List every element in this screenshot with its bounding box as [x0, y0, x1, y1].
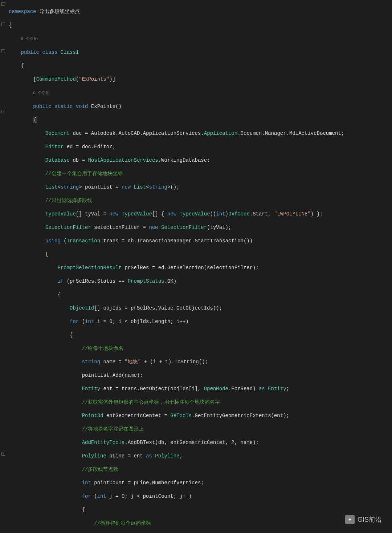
brace: {	[9, 22, 392, 29]
type: Polyline	[82, 453, 106, 459]
brace: {	[70, 332, 73, 338]
keyword: namespace	[9, 9, 36, 15]
ns-name: 导出多段线坐标点	[36, 9, 80, 15]
code: ; i < objIds.Length; i++)	[113, 319, 189, 324]
ns: ApplicationServices	[143, 130, 201, 136]
kw: string	[149, 184, 167, 190]
code: name =	[100, 359, 124, 365]
collapse-icon[interactable]: -	[1, 452, 5, 456]
type: Entity	[82, 386, 100, 392]
string: "LWPOLYLINE"	[274, 211, 311, 217]
punct: [	[33, 76, 36, 82]
num: 0	[109, 319, 112, 324]
p: )	[225, 211, 228, 217]
kw: int	[216, 211, 225, 217]
collapse-icon[interactable]: -	[1, 49, 5, 53]
type: List	[45, 184, 58, 190]
code: >();	[167, 184, 180, 190]
code: entGeometricCentet =	[103, 413, 170, 419]
string: "ExPoints"	[79, 76, 109, 82]
code: ; j < pointCount; j++)	[124, 493, 192, 499]
code: selectionFilter =	[91, 225, 149, 230]
type: SelectionFilter	[45, 225, 91, 230]
p: .	[201, 130, 204, 136]
code: prSelRes = ed.GetSelection(selectionFilt…	[122, 265, 259, 271]
code: ed = doc.Editor;	[64, 144, 115, 150]
comment: //将地块名字注记在图形上	[82, 426, 144, 432]
type: TypedValue	[45, 211, 76, 217]
reference-count[interactable]: 0 个引用	[33, 91, 50, 95]
watermark: ✦ GIS前沿	[345, 515, 382, 524]
method-name: ExPoints()	[88, 104, 121, 109]
string: "地块"	[124, 359, 141, 365]
collapse-icon[interactable]: -	[1, 110, 5, 113]
type: PromptStatus	[128, 278, 164, 284]
code: trans = db.TransactionManager.StartTrans…	[100, 238, 253, 244]
code: i =	[94, 319, 109, 324]
type: List	[131, 184, 146, 190]
ns: AutoCAD	[118, 130, 140, 136]
num: 2	[231, 440, 234, 445]
type: Transaction	[67, 238, 100, 244]
brace: {	[21, 63, 24, 69]
type: Document	[45, 130, 70, 136]
keyword: class	[39, 49, 57, 55]
ns: Autodesk	[91, 130, 115, 136]
collapse-icon[interactable]: -	[1, 2, 5, 6]
code: .ForRead)	[228, 386, 259, 392]
kw: int	[97, 493, 106, 499]
wechat-icon: ✦	[345, 515, 355, 524]
reference-count[interactable]: 0 个引用	[21, 37, 38, 41]
type: SelectionFilter	[158, 225, 207, 230]
kw: new	[167, 211, 176, 217]
code: ent = trans.GetObject(objIds[i],	[100, 386, 204, 392]
type: AddEntityTools	[82, 440, 125, 445]
type: Database	[45, 157, 70, 163]
code: [] tyVal =	[76, 211, 109, 217]
code: db =	[70, 157, 88, 163]
code: , name);	[234, 440, 259, 445]
code: j =	[106, 493, 122, 499]
type: Editor	[45, 144, 64, 150]
kw: if	[57, 278, 64, 284]
num: 1	[165, 359, 168, 365]
kw: using	[45, 238, 61, 244]
comment: //循环得到每个点的坐标	[94, 520, 151, 526]
punct: (	[76, 76, 79, 82]
type: TypedValue	[176, 211, 210, 217]
p: .	[140, 130, 143, 136]
code: + (i +	[141, 359, 165, 365]
code: [] objIds = prSelRes.Value.GetObjectIds(…	[94, 305, 222, 311]
code-editor[interactable]: - - - - - namespace 导出多段线坐标点 { 0 个引用 pub…	[0, 0, 392, 533]
type: Polyline	[152, 453, 180, 459]
code: pointList.Add(name);	[82, 372, 143, 378]
kw: as	[146, 453, 152, 459]
brace: {	[33, 117, 37, 123]
p: (	[91, 493, 97, 499]
collapse-icon[interactable]: -	[1, 23, 5, 26]
code: .DocumentManager.MdiActiveDocument;	[237, 130, 344, 136]
kw: string	[82, 359, 100, 365]
kw: new	[109, 211, 118, 217]
code-area[interactable]: namespace 导出多段线坐标点 { 0 个引用 public class …	[7, 0, 392, 533]
keyword: static	[52, 104, 73, 109]
p: <	[57, 184, 60, 190]
code: .WorkingDatabase;	[158, 157, 210, 163]
type: PromptSelectionResult	[57, 265, 121, 271]
brace: {	[82, 507, 85, 513]
keyword: public	[21, 49, 39, 55]
kw: int	[85, 319, 94, 324]
comment: //多段线节点数	[82, 467, 119, 472]
kw: new	[122, 184, 131, 190]
p: (	[79, 319, 85, 324]
code: [] {	[152, 211, 167, 217]
comment: //获取实体外包矩形的中心点坐标，用于标注每个地块的名字	[82, 399, 220, 405]
comment: //给每个地块命名	[82, 346, 124, 351]
code: > pointList =	[79, 184, 122, 190]
gutter[interactable]: - - - - -	[0, 0, 7, 533]
type: GeTools	[170, 413, 192, 419]
type: Point3d	[82, 413, 103, 419]
type: OpenMode	[204, 386, 228, 392]
code: .GetEntityGeometricExtents(ent);	[192, 413, 289, 419]
comment: //只过滤选择多段线	[45, 198, 92, 203]
